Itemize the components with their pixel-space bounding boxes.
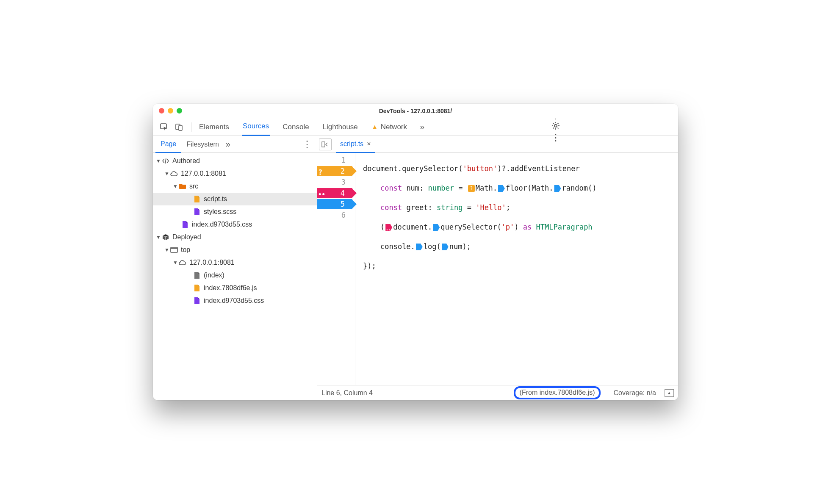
cloud-icon xyxy=(178,258,187,267)
tree-group-authored[interactable]: ▼ Authored xyxy=(153,155,317,167)
navigator-panel: Page Filesystem » ⋮ ▼ Authored ▼ 127.0.0… xyxy=(153,136,317,400)
close-window-button[interactable] xyxy=(159,108,164,114)
inline-logpoint-marker[interactable] xyxy=(385,224,392,231)
tree-label: styles.scss xyxy=(204,208,236,216)
main-content: Page Filesystem » ⋮ ▼ Authored ▼ 127.0.0… xyxy=(153,136,678,400)
svg-point-3 xyxy=(554,125,557,127)
code-content[interactable]: document.querySelector('button')?.addEve… xyxy=(355,153,678,385)
tree-label: (index) xyxy=(204,271,224,279)
show-drawer-icon[interactable]: ▲ xyxy=(665,389,674,397)
line-number: 4 xyxy=(341,188,345,198)
tree-label: index.d9703d55.css xyxy=(204,297,264,305)
editor-gutter[interactable]: 1 ?2 3 ••4 5 6 xyxy=(317,153,355,385)
conditional-breakpoint-icon[interactable]: ?2 xyxy=(317,166,352,176)
tab-sources[interactable]: Sources xyxy=(242,118,270,136)
gutter-line-5[interactable]: 5 xyxy=(317,199,355,210)
navigator-kebab-icon[interactable]: ⋮ xyxy=(302,139,312,150)
tree-file-index-js[interactable]: index.7808df6e.js xyxy=(153,282,317,294)
tree-file-styles-scss[interactable]: styles.scss xyxy=(153,205,317,218)
traffic-lights xyxy=(159,108,182,114)
file-icon xyxy=(193,284,201,292)
gutter-line-6[interactable]: 6 xyxy=(317,210,355,221)
from-suffix: ) xyxy=(593,389,595,396)
tree-file-index-css-authored[interactable]: index.d9703d55.css xyxy=(153,218,317,231)
inline-breakpoint-marker[interactable] xyxy=(416,244,423,250)
disclosure-icon: ▼ xyxy=(164,247,170,253)
code-line-3: const greet: string = 'Hello'; xyxy=(363,202,678,213)
editor-statusbar: Line 6, Column 4 (From index.7808df6e.js… xyxy=(317,385,678,400)
line-number: 3 xyxy=(341,178,346,186)
breakpoint-icon[interactable]: 5 xyxy=(317,199,352,209)
disclosure-icon: ▼ xyxy=(172,260,178,266)
tree-label: index.d9703d55.css xyxy=(192,221,252,228)
tab-network[interactable]: ▲Network xyxy=(371,118,408,136)
more-tabs-button[interactable]: » xyxy=(420,122,424,132)
inline-breakpoint-marker[interactable] xyxy=(554,185,561,192)
editor-tabstrip: script.ts × xyxy=(317,136,678,153)
inline-breakpoint-marker[interactable] xyxy=(498,185,505,192)
close-tab-icon[interactable]: × xyxy=(367,140,371,148)
navigate-back-button[interactable] xyxy=(319,138,332,150)
tab-console[interactable]: Console xyxy=(282,118,310,136)
navigator-tab-page[interactable]: Page xyxy=(155,136,181,153)
panel-tabs: Elements Sources Console Lighthouse ▲Net… xyxy=(198,118,437,136)
code-line-2: const num: number = Math.floor(Math.rand… xyxy=(363,183,678,194)
file-icon xyxy=(193,296,201,305)
tree-file-script-ts[interactable]: script.ts xyxy=(153,193,317,205)
source-map-link[interactable]: index.7808df6e.js xyxy=(540,389,593,396)
editor-tab-script-ts[interactable]: script.ts × xyxy=(336,136,375,153)
svg-rect-2 xyxy=(179,125,182,130)
folder-icon xyxy=(178,182,187,191)
code-line-6: }); xyxy=(363,260,678,271)
navigator-tab-filesystem[interactable]: Filesystem xyxy=(181,136,224,153)
tree-label: Deployed xyxy=(172,233,201,241)
minimize-window-button[interactable] xyxy=(168,108,173,114)
tree-host-deployed[interactable]: ▼ 127.0.0.1:8081 xyxy=(153,256,317,269)
tree-host-authored[interactable]: ▼ 127.0.0.1:8081 xyxy=(153,167,317,180)
tree-file-index-css-deployed[interactable]: index.d9703d55.css xyxy=(153,294,317,307)
navigator-more-tabs[interactable]: » xyxy=(226,139,230,149)
line-number: 1 xyxy=(341,156,346,164)
inline-breakpoint-marker[interactable] xyxy=(442,244,449,250)
tree-top-frame[interactable]: ▼ top xyxy=(153,244,317,256)
line-number: 2 xyxy=(341,166,345,176)
line-number: 5 xyxy=(341,199,345,209)
tree-label: 127.0.0.1:8081 xyxy=(189,259,235,266)
titlebar: DevTools - 127.0.0.1:8081/ xyxy=(153,104,678,118)
tree-label: Authored xyxy=(172,157,200,165)
tree-label: 127.0.0.1:8081 xyxy=(181,170,226,177)
tab-network-label: Network xyxy=(381,123,407,131)
svg-rect-4 xyxy=(171,247,177,252)
file-icon xyxy=(193,208,201,216)
tab-lighthouse[interactable]: Lighthouse xyxy=(322,118,359,136)
gutter-line-2[interactable]: ?2 xyxy=(317,166,355,177)
tree-file-index-html[interactable]: (index) xyxy=(153,269,317,282)
inline-breakpoint-marker[interactable] xyxy=(433,224,440,231)
tab-elements[interactable]: Elements xyxy=(198,118,230,136)
inline-conditional-marker[interactable] xyxy=(468,185,475,192)
file-tree: ▼ Authored ▼ 127.0.0.1:8081 ▼ src script… xyxy=(153,153,317,400)
device-toolbar-icon[interactable] xyxy=(173,121,185,133)
code-line-4: (document.querySelector('p') as HTMLPara… xyxy=(363,222,678,233)
tree-label: index.7808df6e.js xyxy=(204,284,257,292)
tree-label: src xyxy=(189,183,198,190)
tree-group-deployed[interactable]: ▼ Deployed xyxy=(153,231,317,244)
code-editor[interactable]: 1 ?2 3 ••4 5 6 document.que xyxy=(317,153,678,385)
tree-folder-src[interactable]: ▼ src xyxy=(153,180,317,193)
source-from-indicator[interactable]: (From index.7808df6e.js) xyxy=(514,386,601,399)
inspect-element-icon[interactable] xyxy=(158,121,170,133)
logpoint-icon[interactable]: ••4 xyxy=(317,188,352,198)
coverage-indicator: Coverage: n/a xyxy=(613,389,656,397)
devtools-window: DevTools - 127.0.0.1:8081/ Elements Sour… xyxy=(153,104,678,400)
editor-tab-label: script.ts xyxy=(340,140,363,148)
main-toolbar: Elements Sources Console Lighthouse ▲Net… xyxy=(153,118,678,136)
gutter-line-4[interactable]: ••4 xyxy=(317,188,355,199)
file-icon xyxy=(181,220,189,229)
maximize-window-button[interactable] xyxy=(177,108,182,114)
gutter-line-3[interactable]: 3 xyxy=(317,177,355,188)
from-prefix: (From xyxy=(520,389,540,396)
svg-rect-6 xyxy=(322,142,325,147)
gutter-line-1[interactable]: 1 xyxy=(317,155,355,166)
frame-icon xyxy=(170,246,178,254)
settings-icon[interactable] xyxy=(550,120,562,132)
